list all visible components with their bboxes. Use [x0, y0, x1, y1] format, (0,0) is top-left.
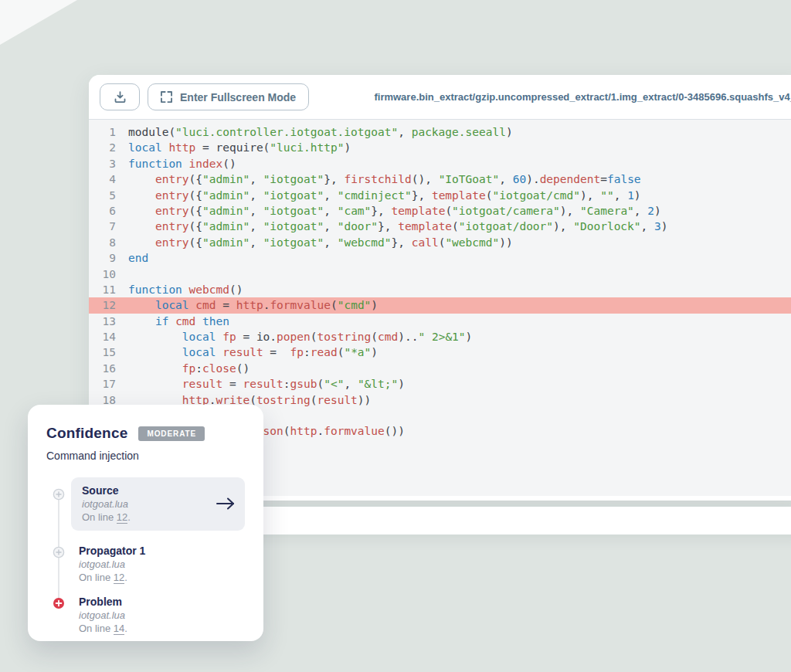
- file-path: firmware.bin_extract/gzip.uncompressed_e…: [374, 91, 791, 103]
- code-text: entry({"admin", "iotgoat", "door"}, temp…: [128, 219, 668, 234]
- problem-marker-icon: [46, 594, 71, 634]
- code-line-highlighted: 12 local cmd = http.formvalue("cmd"): [89, 297, 791, 313]
- code-line: 7 entry({"admin", "iotgoat", "door"}, te…: [89, 219, 791, 234]
- code-text: local cmd = http.formvalue("cmd"): [128, 297, 378, 313]
- code-line: 15 local result = fp:read("*a"): [89, 344, 791, 360]
- code-text: local fp = io.popen(tostring(cmd).." 2>&…: [128, 329, 472, 344]
- step-marker-icon: [46, 477, 71, 531]
- trace-step-propagator-1: Propagator 1iotgoat.luaOn line 12.: [46, 543, 245, 583]
- code-text: fp:close(): [128, 361, 250, 376]
- confidence-panel: Confidence MODERATE Command injection So…: [28, 405, 263, 641]
- step-line-ref: On line 14.: [79, 623, 245, 634]
- code-text: entry({"admin", "iotgoat"}, firstchild()…: [128, 171, 641, 187]
- code-line: 9end: [89, 250, 791, 266]
- code-text: module("luci.controller.iotgoat.iotgoat"…: [128, 124, 513, 140]
- step-title: Problem: [79, 596, 245, 608]
- line-number: 8: [89, 235, 128, 250]
- code-line: 17 result = result:gsub("<", "&lt;"): [89, 376, 791, 392]
- line-number: 12: [89, 297, 128, 313]
- line-number: 13: [89, 314, 128, 329]
- step-file: iotgoat.lua: [79, 609, 245, 621]
- code-line: 1module("luci.controller.iotgoat.iotgoat…: [89, 124, 791, 140]
- line-number: 4: [89, 171, 128, 187]
- line-number-link[interactable]: 12: [114, 572, 124, 584]
- download-icon: [114, 90, 127, 104]
- line-number: 15: [89, 344, 128, 360]
- line-number-link[interactable]: 14: [114, 623, 124, 635]
- line-number: 6: [89, 203, 128, 219]
- step-title: Propagator 1: [79, 545, 245, 557]
- step-marker-icon: [46, 543, 71, 583]
- download-button[interactable]: [100, 83, 140, 110]
- line-number: 11: [89, 282, 128, 297]
- page-root: { "page": { "background": "#dee4e1" }, "…: [0, 0, 791, 672]
- line-number: 9: [89, 250, 128, 266]
- step-title: Source: [82, 484, 212, 497]
- step-content[interactable]: Sourceiotgoat.luaOn line 12.: [71, 477, 245, 531]
- trace-steps: Sourceiotgoat.luaOn line 12.Propagator 1…: [46, 477, 245, 634]
- code-text: if cmd then: [128, 314, 229, 329]
- code-text: function index(): [128, 156, 236, 171]
- code-text: function webcmd(): [128, 282, 243, 297]
- code-text: entry({"admin", "iotgoat", "webcmd"}, ca…: [128, 235, 513, 250]
- line-number-link[interactable]: 12: [117, 511, 127, 524]
- code-line: 10: [89, 266, 791, 282]
- code-toolbar: Enter Fullscreen Mode firmware.bin_extra…: [89, 75, 791, 120]
- code-text: entry({"admin", "iotgoat", "cam"}, templ…: [128, 203, 661, 219]
- step-content: Propagator 1iotgoat.luaOn line 12.: [71, 543, 245, 583]
- line-number: 1: [89, 124, 128, 140]
- code-line: 6 entry({"admin", "iotgoat", "cam"}, tem…: [89, 203, 791, 219]
- line-number: 14: [89, 329, 128, 344]
- code-text: local result = fp:read("*a"): [128, 344, 378, 360]
- step-file: iotgoat.lua: [79, 558, 245, 570]
- code-line: 14 local fp = io.popen(tostring(cmd).." …: [89, 329, 791, 344]
- code-text: local http = require("luci.http"): [128, 140, 351, 155]
- line-number: 5: [89, 188, 128, 203]
- code-line: 8 entry({"admin", "iotgoat", "webcmd"}, …: [89, 235, 791, 250]
- step-line-ref: On line 12.: [79, 572, 245, 583]
- vulnerability-type-label: Command injection: [46, 450, 245, 462]
- code-text: entry({"admin", "iotgoat", "cmdinject"},…: [128, 188, 641, 203]
- step-content: Problemiotgoat.luaOn line 14.: [71, 594, 245, 634]
- line-number: 16: [89, 361, 128, 376]
- background-highlight-wedge: [0, 0, 77, 45]
- fullscreen-icon: [161, 91, 172, 103]
- code-line: 13 if cmd then: [89, 314, 791, 329]
- code-line: 16 fp:close(): [89, 361, 791, 376]
- trace-step-source[interactable]: Sourceiotgoat.luaOn line 12.: [46, 477, 245, 531]
- confidence-title: Confidence: [46, 425, 127, 442]
- confidence-badge: MODERATE: [138, 426, 205, 441]
- fullscreen-label: Enter Fullscreen Mode: [180, 91, 296, 104]
- code-line: 4 entry({"admin", "iotgoat"}, firstchild…: [89, 171, 791, 187]
- code-text: end: [128, 250, 148, 266]
- line-number: 3: [89, 156, 128, 171]
- step-line-ref: On line 12.: [82, 511, 212, 523]
- goto-source-arrow-icon[interactable]: [212, 497, 236, 511]
- confidence-header: Confidence MODERATE: [46, 425, 245, 442]
- code-line: 2local http = require("luci.http"): [89, 140, 791, 155]
- line-number: 10: [89, 266, 128, 282]
- enter-fullscreen-button[interactable]: Enter Fullscreen Mode: [148, 83, 309, 110]
- trace-step-problem: Problemiotgoat.luaOn line 14.: [46, 594, 245, 634]
- code-text: result = result:gsub("<", "&lt;"): [128, 376, 405, 392]
- code-line: 3function index(): [89, 156, 791, 171]
- step-file: iotgoat.lua: [82, 498, 212, 510]
- code-line: 5 entry({"admin", "iotgoat", "cmdinject"…: [89, 188, 791, 203]
- code-line: 11function webcmd(): [89, 282, 791, 297]
- line-number: 2: [89, 140, 128, 155]
- line-number: 17: [89, 376, 128, 392]
- line-number: 7: [89, 219, 128, 234]
